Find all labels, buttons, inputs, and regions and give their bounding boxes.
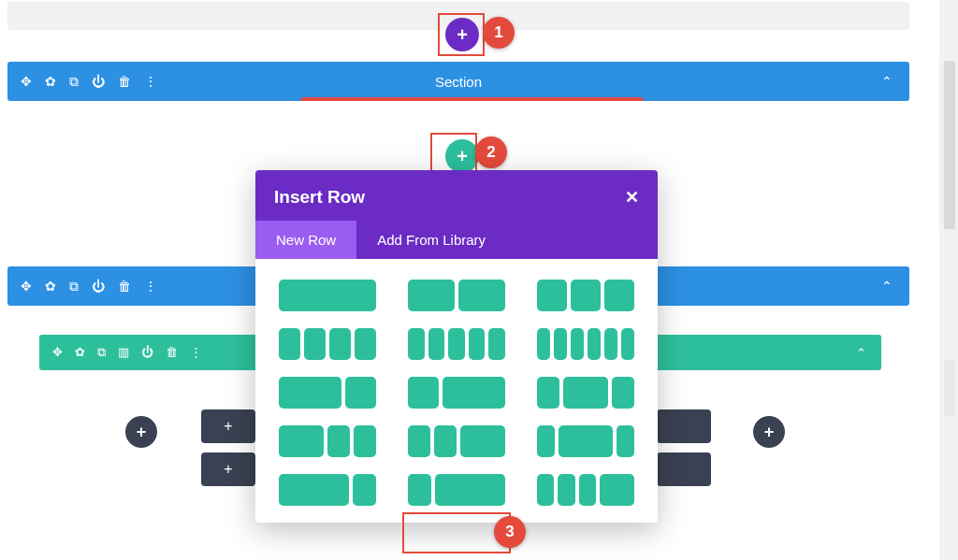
duplicate-icon[interactable]: ⧉	[97, 345, 106, 360]
power-icon[interactable]: ⏻	[141, 345, 153, 360]
layout-option-5[interactable]	[537, 328, 634, 360]
modal-close-button[interactable]: ✕	[625, 187, 639, 208]
layout-option-2[interactable]	[537, 280, 634, 311]
trash-icon[interactable]: 🗑	[118, 74, 131, 90]
duplicate-icon[interactable]: ⧉	[69, 74, 79, 90]
plus-icon: +	[457, 146, 468, 167]
gear-icon[interactable]: ✿	[45, 279, 56, 294]
scrollbar-thumb-2[interactable]	[944, 360, 955, 416]
plus-icon: +	[137, 423, 147, 442]
layout-option-11[interactable]	[537, 425, 634, 457]
layout-option-0[interactable]	[279, 280, 376, 311]
tab-add-from-library[interactable]: Add From Library	[356, 221, 506, 259]
power-icon[interactable]: ⏻	[92, 74, 105, 90]
layout-option-8[interactable]	[537, 377, 634, 409]
layout-option-9[interactable]	[279, 425, 376, 457]
module-pill-3[interactable]	[657, 409, 711, 443]
plus-icon: +	[457, 24, 468, 46]
move-icon[interactable]: ✥	[21, 74, 32, 90]
add-row-button[interactable]: +	[445, 139, 479, 173]
add-section-button[interactable]: +	[445, 18, 479, 51]
gear-icon[interactable]: ✿	[45, 74, 56, 90]
scrollbar[interactable]	[939, 0, 958, 560]
trash-icon[interactable]: 🗑	[166, 345, 178, 360]
columns-icon[interactable]: ▥	[118, 345, 129, 360]
module-pill-2[interactable]: +	[201, 452, 255, 486]
layout-option-3[interactable]	[279, 328, 376, 360]
section-collapse-caret[interactable]: ⌃	[881, 279, 893, 294]
section-underline	[301, 97, 643, 101]
more-icon[interactable]: ⋮	[190, 345, 202, 360]
scrollbar-thumb[interactable]	[944, 61, 955, 229]
move-icon[interactable]: ✥	[21, 279, 32, 294]
trash-icon[interactable]: 🗑	[118, 279, 131, 294]
section-collapse-caret[interactable]: ⌃	[881, 74, 893, 89]
layout-option-1[interactable]	[408, 280, 505, 311]
add-module-left[interactable]: +	[125, 416, 157, 448]
section-bar[interactable]: ✥ ✿ ⧉ ⏻ 🗑 ⋮ Section ⌃	[7, 62, 909, 101]
module-pill-4[interactable]	[657, 452, 711, 486]
plus-icon: +	[764, 423, 775, 442]
layout-option-4[interactable]	[408, 328, 505, 360]
more-icon[interactable]: ⋮	[144, 74, 157, 90]
duplicate-icon[interactable]: ⧉	[69, 279, 79, 294]
insert-row-modal: Insert Row ✕ New Row Add From Library	[255, 170, 658, 523]
layout-option-7[interactable]	[408, 377, 505, 409]
module-pill-1[interactable]: +	[201, 409, 255, 443]
add-module-right[interactable]: +	[753, 416, 785, 448]
power-icon[interactable]: ⏻	[92, 279, 105, 294]
layout-option-6[interactable]	[279, 377, 376, 409]
modal-title: Insert Row	[274, 187, 365, 208]
layout-option-12[interactable]	[279, 474, 376, 506]
layout-option-14[interactable]	[537, 474, 634, 506]
gear-icon[interactable]: ✿	[75, 345, 85, 360]
layout-option-10[interactable]	[408, 425, 505, 457]
layout-grid	[255, 259, 658, 523]
row-collapse-caret[interactable]: ⌃	[856, 346, 866, 360]
layout-option-13[interactable]	[408, 474, 505, 506]
move-icon[interactable]: ✥	[52, 345, 63, 360]
more-icon[interactable]: ⋮	[144, 279, 157, 294]
tab-new-row[interactable]: New Row	[255, 221, 356, 259]
callout-2: 2	[475, 136, 507, 168]
